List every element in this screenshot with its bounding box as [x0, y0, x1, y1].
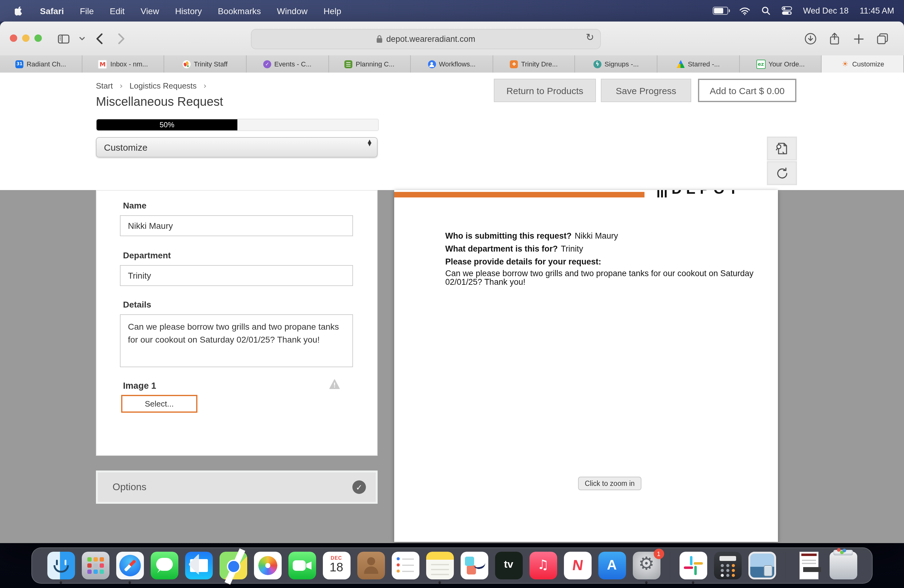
tab-overview-icon[interactable] [874, 31, 890, 47]
menu-edit[interactable]: Edit [110, 6, 125, 16]
return-to-products-button[interactable]: Return to Products [494, 79, 596, 102]
browser-tab-workflows[interactable]: Workflows... [411, 55, 493, 73]
apple-menu-icon[interactable] [15, 6, 24, 16]
fav-dots-icon [183, 60, 191, 68]
dock-news-icon[interactable] [564, 552, 591, 579]
preview-document-button[interactable] [767, 136, 797, 161]
sidebar-chevron-down-icon[interactable] [74, 31, 90, 47]
fav-people-icon [428, 60, 436, 68]
menu-view[interactable]: View [141, 6, 159, 16]
browser-tab-planningc[interactable]: Planning C... [329, 55, 411, 73]
dock-launchpad-icon[interactable] [82, 552, 109, 579]
reload-icon[interactable]: ↻ [586, 32, 594, 43]
forward-button[interactable] [113, 31, 129, 47]
running-indicator [645, 581, 648, 584]
dock-trash-icon[interactable] [829, 552, 857, 579]
fav-list-icon [345, 60, 353, 68]
browser-tab-signups[interactable]: ϟSignups -... [575, 55, 657, 73]
tab-label: Customize [852, 60, 884, 68]
menu-bar-date[interactable]: Wed Dec 18 [803, 6, 849, 15]
tab-label: Radiant Ch... [27, 60, 66, 68]
battery-icon[interactable] [713, 7, 728, 15]
depot-logo: DEPOT [657, 190, 750, 198]
refresh-preview-button[interactable] [767, 161, 797, 185]
browser-tab-radiantch[interactable]: 31Radiant Ch... [0, 55, 82, 73]
preview-question-2: What department is this for?Trinity [445, 244, 583, 253]
control-center-icon[interactable] [782, 6, 792, 15]
sidebar-toggle-icon[interactable] [55, 31, 71, 47]
save-progress-button[interactable]: Save Progress [601, 79, 691, 102]
add-to-cart-button[interactable]: Add to Cart $ 0.00 [698, 79, 797, 102]
details-field[interactable]: Can we please borrow two grills and two … [120, 314, 353, 367]
downloads-icon[interactable] [803, 31, 819, 47]
browser-tab-inboxnm[interactable]: MInbox - nm... [82, 55, 164, 73]
dock-photos-icon[interactable] [254, 552, 281, 579]
browser-tab-eventsc[interactable]: ✓Events - C... [247, 55, 329, 73]
dock-notes-icon[interactable] [426, 552, 454, 579]
options-section[interactable]: Options [96, 471, 378, 504]
tab-label: Trinity Dre... [521, 60, 558, 68]
dock-messages-icon[interactable] [150, 552, 178, 579]
spotlight-search-icon[interactable] [761, 6, 771, 15]
dock-finder-icon[interactable] [47, 552, 75, 579]
fav-check-icon: ✓ [263, 60, 271, 68]
click-to-zoom-button[interactable]: Click to zoom in [578, 477, 642, 490]
department-label: Department [123, 250, 171, 260]
zoom-window-button[interactable] [35, 35, 42, 42]
dock-photo-window-icon[interactable] [748, 552, 776, 579]
browser-tab-yourorde[interactable]: ezYour Orde... [740, 55, 822, 73]
dock-freeform-icon[interactable] [460, 552, 488, 579]
menu-window[interactable]: Window [277, 6, 308, 16]
preview-details-line-1: Can we please borrow two grills and two … [445, 269, 754, 278]
tab-label: Workflows... [439, 60, 476, 68]
page-content: Start › Logistics Requests › Miscellaneo… [0, 73, 904, 543]
menu-safari[interactable]: Safari [40, 6, 64, 16]
share-icon[interactable] [827, 31, 842, 47]
preview-question-3: Please provide details for your request: [445, 257, 604, 266]
dock-settings-icon[interactable]: 1 [632, 552, 660, 579]
browser-tab-trinitystaff[interactable]: Trinity Staff [164, 55, 247, 73]
menu-history[interactable]: History [175, 6, 202, 16]
dock-appstore-icon[interactable] [598, 552, 626, 579]
dock-receipt-icon[interactable] [795, 552, 822, 579]
dock-calculator-icon[interactable] [714, 552, 741, 579]
dock-maps-icon[interactable] [219, 552, 247, 579]
dock-slack-icon[interactable] [679, 552, 707, 579]
menu-help[interactable]: Help [324, 6, 341, 16]
dock-contacts-icon[interactable] [357, 552, 385, 579]
breadcrumb-section-link[interactable]: Logistics Requests [130, 81, 196, 90]
tab-label: Signups -... [605, 60, 638, 68]
name-field[interactable] [120, 215, 353, 236]
dock-calendar-icon[interactable]: DEC18 [322, 552, 350, 579]
menu-file[interactable]: File [80, 6, 94, 16]
url-text: depot.weareradiant.com [386, 35, 476, 44]
dock-mail-icon[interactable] [185, 552, 212, 579]
menu-bookmarks[interactable]: Bookmarks [218, 6, 261, 16]
dock-safari-icon[interactable] [116, 552, 144, 579]
breadcrumb-start-link[interactable]: Start [96, 81, 113, 90]
dock-facetime-icon[interactable] [288, 552, 316, 579]
address-bar[interactable]: depot.weareradiant.com ↻ [251, 29, 601, 49]
back-button[interactable] [91, 31, 107, 47]
dock-reminders-icon[interactable] [392, 552, 419, 579]
running-indicator [438, 581, 441, 584]
browser-tab-starred[interactable]: Starred -... [657, 55, 740, 73]
customization-form-panel: Name Department Details Can we please bo… [96, 190, 378, 456]
dock-appletv-icon[interactable] [495, 552, 522, 579]
close-window-button[interactable] [10, 35, 17, 42]
wifi-icon[interactable] [739, 6, 750, 15]
minimize-window-button[interactable] [22, 35, 30, 42]
dock-music-icon[interactable] [529, 552, 557, 579]
image-select-button[interactable]: Select... [121, 395, 198, 413]
preview-question-1: Who is submitting this request?Nikki Mau… [445, 231, 618, 240]
tls-lock-icon [376, 35, 382, 43]
customize-step-select[interactable]: Customize [96, 137, 378, 158]
menu-bar-clock[interactable]: 11:45 AM [860, 6, 894, 15]
tab-label: Trinity Staff [194, 60, 228, 68]
browser-tab-trinitydre[interactable]: ❖Trinity Dre... [493, 55, 575, 73]
browser-tab-customize[interactable]: ☀Customize [822, 55, 904, 73]
document-preview-canvas[interactable]: DEPOT Who is submitting this request?Nik… [394, 190, 778, 542]
new-tab-icon[interactable] [850, 31, 866, 47]
running-indicator [60, 581, 62, 584]
department-field[interactable] [120, 265, 353, 286]
